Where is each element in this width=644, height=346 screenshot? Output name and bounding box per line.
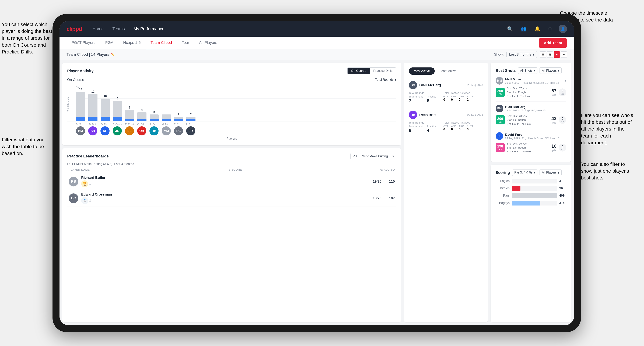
view-heart[interactable]: ♥ bbox=[554, 51, 560, 58]
nav-item-home[interactable]: Home bbox=[92, 26, 104, 31]
activity-row-0: BM Blair McHarg 26 Aug 2023 Total Rounds bbox=[409, 77, 483, 107]
drill-select-dropdown[interactable]: PUTT Must Make Putting ... ▾ bbox=[350, 153, 396, 159]
team-header-right: Show: Last 3 months ▾ ⊞ ▦ ♥ ≡ bbox=[494, 51, 567, 58]
scoring-count-eagles: 3 bbox=[559, 179, 566, 183]
practice-drills-toggle[interactable]: Practice Drills bbox=[370, 68, 396, 74]
time-filter-dropdown[interactable]: Last 3 months ▾ bbox=[506, 51, 537, 58]
shot-details-1: 200 SG Shot Dist: 43 ydsStart Lie: Rough… bbox=[496, 114, 566, 126]
on-course-toggle[interactable]: On Course bbox=[348, 68, 370, 74]
player-avatar-3[interactable]: JC bbox=[113, 126, 122, 135]
chevron-down-icon: ▾ bbox=[394, 78, 396, 82]
scoring-count-bogeys: 315 bbox=[559, 201, 566, 205]
shot-avatar-2: DF bbox=[496, 132, 503, 140]
bar-2[interactable] bbox=[100, 99, 110, 121]
player-activity-title: Player Activity bbox=[67, 69, 94, 73]
tab-pga[interactable]: PGA bbox=[100, 36, 118, 49]
activity-player-info-0: Blair McHarg bbox=[419, 83, 441, 87]
user-avatar[interactable]: 👤 bbox=[558, 25, 567, 33]
annotation-player-select: You can select which player is doing the… bbox=[2, 21, 52, 55]
tab-all-players[interactable]: All Players bbox=[194, 36, 222, 49]
player-avatar-2[interactable]: DF bbox=[100, 126, 110, 135]
shot-row-1: BM Blair McHarg 23 Jul 2023 · Aldridge G… bbox=[496, 102, 566, 129]
scoring-count-birdies: 96 bbox=[559, 186, 566, 190]
scoring-players-dropdown[interactable]: All Players ▾ bbox=[540, 170, 562, 176]
bar-6[interactable] bbox=[150, 114, 159, 121]
add-team-button[interactable]: Add Team bbox=[539, 38, 567, 48]
team-header-bar: Team Clippd | 14 Players ✏️ Show: Last 3… bbox=[60, 49, 574, 60]
player-avatar-8[interactable]: EC bbox=[174, 126, 183, 135]
bar-col-8: 2 bbox=[174, 113, 183, 121]
shot-sg-badge-1: 200 SG bbox=[496, 115, 505, 124]
scoring-row-eagles: Eagles 3 bbox=[496, 178, 566, 183]
bar-0[interactable] bbox=[76, 92, 85, 121]
lb-player-info-1: Richard Butler 🏆 1 bbox=[81, 176, 368, 187]
bar-7[interactable] bbox=[162, 114, 171, 121]
view-grid-sm[interactable]: ⊞ bbox=[540, 51, 546, 58]
on-course-label: On Course bbox=[67, 78, 84, 82]
shot-row-2: DF David Ford 24 Aug 2023 · Royal North … bbox=[496, 129, 566, 157]
chevron-right-icon-0[interactable]: › bbox=[565, 79, 566, 83]
activity-stats-row-1: Total Rounds Tournament 8 Practice 4 bbox=[409, 121, 483, 133]
least-active-tab[interactable]: Least Active bbox=[435, 67, 462, 75]
best-shots-header: Best Shots All Shots ▾ All Players ▾ bbox=[496, 67, 566, 74]
activity-stats-row-0: Total Rounds Tournament 7 Practice 6 bbox=[409, 91, 483, 103]
users-icon-btn[interactable]: 👥 bbox=[520, 25, 528, 33]
leaderboard-row-2[interactable]: EC Edward Crossman 🥈 2 18/20 107 bbox=[67, 190, 396, 207]
bar-8[interactable] bbox=[174, 117, 183, 121]
player-avatar-4[interactable]: EE bbox=[125, 126, 134, 135]
bar-9[interactable] bbox=[186, 117, 196, 121]
player-avatar-5[interactable]: OB bbox=[137, 126, 146, 135]
bell-icon-btn[interactable]: 🔔 bbox=[533, 25, 542, 33]
plus-icon-btn[interactable]: ⊕ bbox=[547, 25, 553, 33]
search-icon-btn[interactable]: 🔍 bbox=[506, 25, 514, 33]
activity-avatar-1: RB bbox=[409, 111, 417, 119]
bar-3[interactable] bbox=[113, 101, 122, 121]
team-name-label: Team Clippd | 14 Players bbox=[66, 52, 109, 57]
player-avatar-6[interactable]: RB bbox=[150, 126, 158, 135]
chart-section-header: On Course Total Rounds ▾ bbox=[67, 78, 396, 82]
shot-avatar-1: BM bbox=[496, 105, 503, 112]
annotation-filter: Filter what data you wish the table to b… bbox=[2, 136, 52, 157]
chevron-down-icon: ▾ bbox=[534, 69, 535, 72]
x-axis-labels: B. McHarg B. Britt D. Ford J. Coles E. E… bbox=[67, 123, 396, 126]
course-toggle-group: On Course Practice Drills bbox=[348, 67, 396, 74]
left-panel: Player Activity On Course Practice Drill… bbox=[62, 63, 401, 322]
bar-4[interactable] bbox=[125, 110, 134, 121]
activity-player-info-1: Rees Britt bbox=[419, 113, 436, 117]
leaderboard-row-1[interactable]: RB Richard Butler 🏆 1 19/20 110 bbox=[67, 173, 396, 190]
chevron-right-icon-2[interactable]: › bbox=[565, 134, 566, 138]
tab-team-clippd[interactable]: Team Clippd bbox=[146, 36, 177, 49]
shots-filter-dropdown[interactable]: All Shots ▾ bbox=[518, 67, 538, 74]
scoring-row-birdies: Birdies 96 bbox=[496, 186, 566, 191]
view-bars[interactable]: ≡ bbox=[561, 51, 567, 58]
player-avatar-9[interactable]: LR bbox=[186, 126, 195, 135]
player-avatar-1[interactable]: BB bbox=[88, 126, 97, 135]
chevron-down-icon: ▾ bbox=[558, 171, 559, 174]
tab-pgat-players[interactable]: PGAT Players bbox=[66, 36, 100, 49]
shot-player-header-0: MM Matt Miller 09 Jun 2023 · Royal North… bbox=[496, 77, 566, 85]
scoring-filter-dropdown[interactable]: Par 3, 4 & 5s ▾ bbox=[512, 170, 538, 176]
total-rounds-group-1: Total Rounds Tournament 8 Practice 4 bbox=[409, 121, 436, 133]
players-filter-dropdown[interactable]: All Players ▾ bbox=[540, 67, 562, 74]
bar-1[interactable] bbox=[88, 94, 98, 121]
most-active-tab[interactable]: Most Active bbox=[409, 67, 435, 75]
shot-yds-0: 67 yds bbox=[552, 88, 556, 96]
tab-tour[interactable]: Tour bbox=[177, 36, 194, 49]
player-avatar-7[interactable]: MM bbox=[162, 126, 171, 135]
bar-col-2: 10 bbox=[100, 95, 110, 121]
nav-item-teams[interactable]: Teams bbox=[112, 26, 125, 31]
edit-icon[interactable]: ✏️ bbox=[111, 53, 114, 56]
bar-5[interactable] bbox=[138, 112, 146, 121]
chevron-right-icon-1[interactable]: › bbox=[565, 106, 566, 110]
view-grid-lg[interactable]: ▦ bbox=[547, 51, 553, 58]
nav-item-performance[interactable]: My Performance bbox=[134, 26, 164, 31]
activity-date-0: 26 Aug 2023 bbox=[467, 84, 483, 87]
player-avatar-0[interactable]: BM bbox=[76, 126, 85, 135]
active-tabs: Most Active Least Active bbox=[409, 67, 483, 75]
shot-zero-badge-0: 0 yds bbox=[558, 88, 566, 96]
tab-hcaps[interactable]: Hcaps 1-5 bbox=[118, 36, 146, 49]
chart-filter-select[interactable]: Total Rounds ▾ bbox=[375, 78, 396, 82]
lb-pb-avg-1: 110 bbox=[384, 179, 395, 183]
total-rounds-group-0: Total Rounds Tournament 7 Practice 6 bbox=[409, 91, 436, 103]
leaderboard-col-headers: PLAYER NAME PB SCORE PB AVG SQ bbox=[67, 168, 396, 172]
